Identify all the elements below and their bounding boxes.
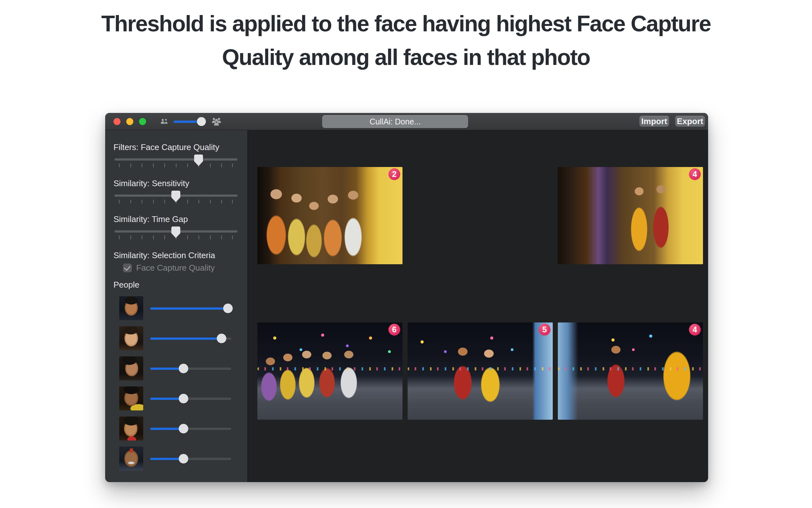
person-row-2 [119, 326, 247, 350]
checkbox-label: Face Capture Quality [136, 263, 215, 273]
selection-criteria-row: Face Capture Quality [123, 263, 247, 272]
page-title: Threshold is applied to the face having … [0, 7, 812, 74]
similarity-sensitivity-slider[interactable] [114, 190, 238, 205]
page-title-line2: Quality among all faces in that photo [0, 41, 812, 74]
person-weight-slider[interactable] [150, 454, 231, 464]
filter-face-capture-quality-label: Filters: Face Capture Quality [113, 142, 247, 152]
people-large-icon [211, 117, 222, 126]
photo-thumbnail[interactable]: 6 [257, 323, 402, 420]
close-button[interactable] [113, 118, 121, 125]
slider-knob[interactable] [171, 226, 180, 238]
photo-thumbnail[interactable] [408, 167, 553, 264]
person-face-thumbnail[interactable] [119, 386, 143, 411]
slider-knob[interactable] [179, 364, 188, 373]
page-title-line1: Threshold is applied to the face having … [0, 7, 812, 41]
person-face-thumbnail[interactable] [119, 326, 143, 350]
similarity-selection-criteria-label: Similarity: Selection Criteria [113, 251, 247, 260]
photo-thumbnail[interactable]: 2 [257, 167, 402, 264]
titlebar-buttons: Import Export [639, 116, 705, 127]
face-capture-quality-checkbox[interactable] [123, 264, 132, 272]
photo-thumbnail[interactable]: 4 [558, 167, 703, 264]
slider-fill [150, 307, 228, 310]
slider-knob[interactable] [223, 304, 233, 313]
person-weight-slider[interactable] [150, 304, 231, 313]
people-small-icon [160, 118, 169, 125]
person-face-thumbnail[interactable] [119, 296, 143, 320]
duplicate-count-badge: 2 [388, 168, 400, 180]
photo-thumbnail[interactable]: 4 [558, 323, 703, 420]
sidebar: Filters: Face Capture Quality Similarity… [105, 130, 248, 482]
slider-knob[interactable] [179, 454, 188, 464]
slider-knob[interactable] [171, 190, 180, 202]
person-face-thumbnail[interactable] [119, 417, 143, 440]
slider-knob[interactable] [194, 155, 203, 166]
photo-grid: 2 4 6 5 4 [249, 130, 708, 482]
minimize-button[interactable] [126, 118, 133, 125]
export-button[interactable]: Export [675, 116, 705, 127]
duplicate-count-badge: 5 [539, 324, 551, 336]
status-bar: CullAi: Done... [322, 115, 468, 128]
person-face-thumbnail[interactable] [119, 356, 143, 380]
person-weight-slider[interactable] [150, 424, 231, 433]
similarity-time-gap-label: Similarity: Time Gap [113, 214, 247, 224]
similarity-time-gap-slider[interactable] [114, 226, 238, 241]
thumbnail-size-slider[interactable] [174, 117, 205, 126]
import-button[interactable]: Import [639, 116, 669, 127]
slider-knob[interactable] [197, 117, 206, 126]
people-header: People [113, 280, 247, 290]
person-row-1 [119, 296, 247, 320]
photo-thumbnail[interactable]: 5 [408, 323, 553, 420]
person-face-thumbnail[interactable] [119, 447, 143, 471]
fullscreen-button[interactable] [139, 118, 146, 125]
face-capture-quality-slider[interactable] [114, 155, 238, 169]
person-row-6 [119, 447, 247, 471]
person-row-4 [119, 386, 247, 411]
slider-fill [150, 338, 222, 340]
similarity-sensitivity-label: Similarity: Sensitivity [113, 178, 247, 188]
duplicate-count-badge: 4 [689, 324, 701, 336]
person-row-3 [119, 356, 247, 380]
slider-knob[interactable] [179, 394, 188, 404]
person-weight-slider[interactable] [150, 364, 231, 373]
duplicate-count-badge: 4 [689, 168, 701, 180]
app-window: CullAi: Done... Import Export Filters: F… [105, 113, 708, 482]
thumbnail-size-control [160, 113, 222, 130]
titlebar: CullAi: Done... Import Export [105, 113, 708, 130]
person-weight-slider[interactable] [150, 394, 231, 404]
person-row-5 [119, 417, 247, 440]
person-weight-slider[interactable] [150, 334, 231, 343]
slider-knob[interactable] [217, 334, 226, 343]
slider-knob[interactable] [179, 424, 188, 433]
status-text: CullAi: Done... [370, 117, 421, 126]
window-controls [113, 118, 146, 125]
duplicate-count-badge: 6 [388, 324, 400, 336]
